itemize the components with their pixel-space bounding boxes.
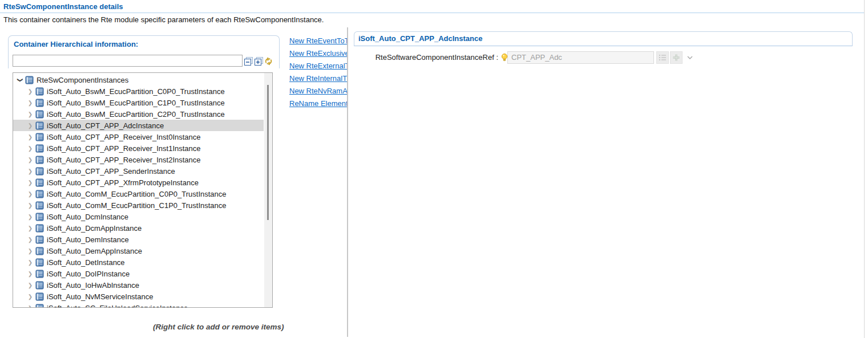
tree-item[interactable]: iSoft_Auto_BswM_EcucPartition_C2P0_Trust…: [13, 108, 264, 120]
tree-item-label: iSoft_Auto_CPT_APP_AdcInstance: [47, 121, 164, 130]
tree-item[interactable]: iSoft_Auto_ComM_EcucPartition_C0P0_Trust…: [13, 188, 264, 199]
tree-item-label: iSoft_Auto_DemAppInstance: [47, 247, 142, 255]
chevron-icon[interactable]: [26, 88, 34, 95]
tree-item[interactable]: iSoft_Auto_CPT_APP_SenderInstance: [13, 165, 264, 177]
panel-sash[interactable]: [347, 27, 348, 337]
chevron-icon[interactable]: [26, 168, 34, 174]
tree-item[interactable]: iSoft_Auto_CPT_APP_XfrmPrototypeInstance: [13, 177, 264, 188]
page-title: RteSwComponentInstance details: [3, 2, 123, 11]
container-node-icon: [35, 144, 44, 153]
tree-item[interactable]: iSoft_Auto_DemAppInstance: [13, 245, 264, 256]
page-subtitle: This container containers the Rte module…: [3, 15, 324, 24]
action-link[interactable]: New RteInternalT: [289, 72, 347, 85]
browse-list-button[interactable]: [656, 51, 669, 64]
chevron-icon[interactable]: [26, 248, 34, 254]
container-tree: RteSwComponentInstances: [13, 72, 273, 308]
tree-item-label: iSoft_Auto_CPT_APP_XfrmPrototypeInstance: [47, 178, 199, 187]
action-link[interactable]: ReName Element: [289, 97, 347, 110]
tree-item-label: iSoft_Auto_CPT_APP_SenderInstance: [47, 167, 175, 176]
tree-item[interactable]: iSoft_Auto_CPT_APP_Receiver_Inst2Instanc…: [13, 154, 264, 165]
chevron-icon[interactable]: [26, 237, 34, 243]
tree-item[interactable]: iSoft_Auto_DetInstance: [13, 256, 264, 268]
instance-ref-field-row: RteSoftwareComponentInstanceRef : CPT_AP…: [354, 51, 696, 64]
rte-sw-component-instance-editor: RteSwComponentInstance details This cont…: [0, 0, 868, 338]
chevron-icon[interactable]: [26, 271, 34, 277]
action-link[interactable]: New RteEventToT: [289, 35, 347, 47]
container-node-icon: [35, 121, 44, 130]
chevron-icon[interactable]: [26, 259, 34, 266]
collapse-all-icon[interactable]: [244, 56, 253, 66]
container-node-icon: [35, 292, 44, 301]
instance-ref-combobox[interactable]: CPT_APP_Adc: [507, 51, 654, 64]
tree-item-label: iSoft_Auto_ComM_EcucPartition_C1P0_Trust…: [47, 201, 227, 210]
tree-item[interactable]: iSoft_Auto_BswM_EcucPartition_C1P0_Trust…: [13, 97, 264, 108]
tree-item-label: iSoft_Auto_IoHwAbInstance: [47, 281, 139, 290]
refresh-icon[interactable]: [264, 56, 273, 66]
chevron-icon[interactable]: [26, 100, 34, 106]
chevron-icon[interactable]: [26, 225, 34, 231]
tree-item-label: iSoft_Auto_DoIPInstance: [47, 270, 130, 278]
chevron-icon[interactable]: [26, 157, 34, 163]
container-node-icon: [35, 190, 44, 198]
tree-item[interactable]: iSoft_Auto_BswM_EcucPartition_C0P0_Trust…: [13, 85, 264, 97]
chevron-icon[interactable]: [26, 294, 34, 300]
tree-item-label: iSoft_Auto_SC_FileUploadServiceInstance: [47, 304, 188, 308]
container-node-icon: [35, 281, 44, 290]
chevron-icon[interactable]: [26, 134, 34, 140]
tree-item[interactable]: iSoft_Auto_SC_FileUploadServiceInstance: [13, 302, 264, 308]
chevron-icon[interactable]: [26, 123, 34, 129]
tree-item-label: iSoft_Auto_NvMServiceInstance: [47, 292, 153, 301]
tree-item-label: iSoft_Auto_BswM_EcucPartition_C0P0_Trust…: [47, 87, 225, 96]
chevron-icon[interactable]: [26, 202, 34, 209]
container-node-icon: [25, 76, 34, 84]
tree-filter-input[interactable]: [13, 55, 243, 67]
container-node-icon: [35, 270, 44, 278]
chevron-icon[interactable]: [26, 191, 34, 197]
tree-item-label: iSoft_Auto_CPT_APP_Receiver_Inst2Instanc…: [47, 156, 201, 164]
chevron-icon[interactable]: [26, 305, 34, 308]
tree-item-label: iSoft_Auto_BswM_EcucPartition_C2P0_Trust…: [47, 110, 225, 119]
chevron-icon[interactable]: [26, 214, 34, 220]
container-node-icon: [35, 99, 44, 107]
chevron-icon[interactable]: [26, 145, 34, 152]
container-node-icon: [35, 258, 44, 267]
tree-item[interactable]: iSoft_Auto_ComM_EcucPartition_C1P0_Trust…: [13, 199, 264, 211]
container-info-title: Container Hierarchical information:: [14, 40, 138, 48]
tree-item[interactable]: iSoft_Auto_IoHwAbInstance: [13, 279, 264, 291]
container-node-icon: [35, 201, 44, 210]
tree-item-label: iSoft_Auto_CPT_APP_Receiver_Inst1Instanc…: [47, 144, 201, 153]
tree-rows: RteSwComponentInstances: [13, 74, 264, 308]
tree-item[interactable]: iSoft_Auto_CPT_APP_Receiver_Inst1Instanc…: [13, 142, 264, 154]
tree-item[interactable]: iSoft_Auto_CPT_APP_AdcInstance: [13, 120, 264, 131]
container-node-icon: [35, 304, 44, 308]
tree-item[interactable]: iSoft_Auto_DcmAppInstance: [13, 222, 264, 234]
expand-all-icon[interactable]: [254, 56, 264, 66]
action-link[interactable]: New RteExclusive: [289, 47, 347, 60]
tree-item[interactable]: iSoft_Auto_CPT_APP_Receiver_Inst0Instanc…: [13, 131, 264, 142]
tree-item-label: iSoft_Auto_BswM_EcucPartition_C1P0_Trust…: [47, 99, 225, 107]
chevron-icon[interactable]: [26, 282, 34, 288]
chevron-icon[interactable]: [17, 76, 23, 84]
window-right-edge: [864, 0, 865, 338]
container-node-icon: [35, 110, 44, 119]
action-link[interactable]: New RteNvRamA: [289, 85, 347, 97]
tree-item-label: iSoft_Auto_DcmInstance: [47, 213, 128, 221]
tree-item-label: iSoft_Auto_CPT_APP_Receiver_Inst0Instanc…: [47, 133, 201, 141]
tree-item-label: RteSwComponentInstances: [37, 76, 128, 84]
action-link[interactable]: New RteExternalT: [289, 60, 347, 72]
tree-scrollbar[interactable]: [264, 73, 272, 307]
chevron-down-icon[interactable]: [687, 52, 693, 63]
tree-item[interactable]: RteSwComponentInstances: [13, 74, 264, 85]
tree-scrollbar-thumb[interactable]: [267, 85, 269, 220]
container-node-icon: [35, 167, 44, 176]
tree-item[interactable]: iSoft_Auto_DoIPInstance: [13, 268, 264, 279]
chevron-icon[interactable]: [26, 180, 34, 186]
container-node-icon: [35, 133, 44, 141]
tree-item[interactable]: iSoft_Auto_DemInstance: [13, 234, 264, 245]
add-button[interactable]: [670, 51, 683, 64]
detail-title: iSoft_Auto_CPT_APP_AdcInstance: [358, 34, 482, 43]
tree-item-label: iSoft_Auto_DemInstance: [47, 235, 129, 244]
chevron-icon[interactable]: [26, 111, 34, 117]
tree-item[interactable]: iSoft_Auto_DcmInstance: [13, 211, 264, 222]
tree-item[interactable]: iSoft_Auto_NvMServiceInstance: [13, 291, 264, 302]
